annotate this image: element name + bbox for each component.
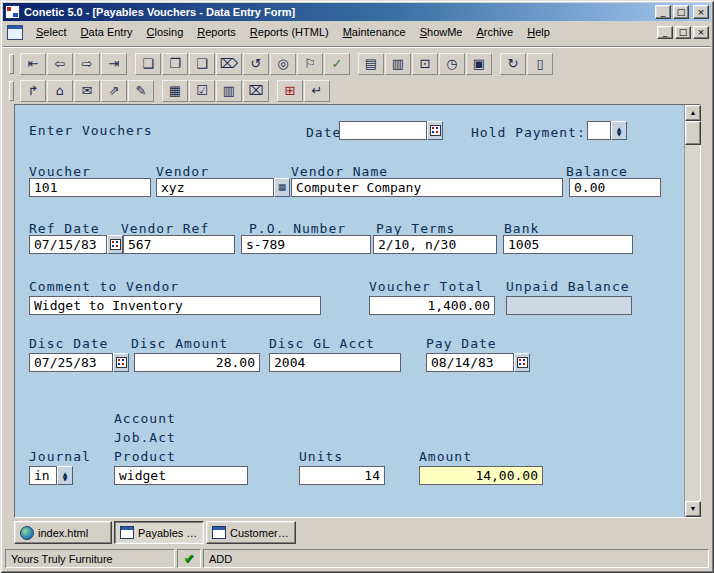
amount-input[interactable]	[419, 466, 543, 485]
table-icon: ▦	[169, 83, 181, 98]
disc-date-group	[29, 353, 129, 372]
print-button[interactable]: ▣	[466, 53, 492, 75]
menu-maintenance[interactable]: Maintenance	[336, 23, 413, 41]
clone-record-button[interactable]: ❐	[162, 53, 188, 75]
mdi-restore-button[interactable]: □	[675, 26, 691, 39]
nav-prev-button[interactable]: ⇦	[47, 53, 73, 75]
scroll-down-button[interactable]: ▼	[685, 501, 701, 517]
menu-closing[interactable]: Closing	[140, 23, 191, 41]
trash-button[interactable]: ⌧	[243, 80, 269, 102]
copy-button[interactable]: ▤	[358, 53, 384, 75]
table-button[interactable]: ▦	[162, 80, 188, 102]
menu-data-entry[interactable]: Data Entry	[74, 23, 140, 41]
tab-payables[interactable]: Payables Vo...	[114, 521, 204, 544]
menu-archive[interactable]: Archive	[469, 23, 520, 41]
grid-add-button[interactable]: ⊞	[277, 80, 303, 102]
date-calendar-button[interactable]	[427, 121, 443, 140]
flag-button[interactable]: ⚐	[297, 53, 323, 75]
menu-reports[interactable]: Reports	[190, 23, 243, 41]
paste-button[interactable]: ▥	[385, 53, 411, 75]
export-button[interactable]: ⇗	[101, 80, 127, 102]
new-record-button[interactable]: ❏	[135, 53, 161, 75]
disc-date-input[interactable]	[29, 353, 113, 372]
vertical-scrollbar[interactable]: ▲ ▼	[684, 105, 700, 517]
date-input[interactable]	[339, 121, 427, 140]
find-button[interactable]: ◎	[270, 53, 296, 75]
menu-help[interactable]: Help	[520, 23, 557, 41]
voucher-total-input[interactable]	[369, 296, 495, 315]
mdi-close-button[interactable]: ×	[693, 26, 709, 39]
vendor-input[interactable]	[156, 178, 274, 197]
document-tabs: index.html Payables Vo... Customers - ..…	[3, 520, 711, 545]
page-out-button[interactable]: ↱	[20, 80, 46, 102]
toolbar-grip[interactable]	[9, 54, 14, 74]
comment-input[interactable]	[29, 296, 321, 315]
hold-payment-input[interactable]	[587, 121, 611, 140]
po-number-input[interactable]	[241, 235, 371, 254]
mail-button[interactable]: ✉	[74, 80, 100, 102]
save-record-button[interactable]: ❑	[189, 53, 215, 75]
disc-amount-input[interactable]	[134, 353, 260, 372]
minimize-icon: _	[661, 7, 666, 17]
journal-input[interactable]	[29, 466, 57, 485]
voucher-input[interactable]	[29, 178, 151, 197]
hold-payment-spinner[interactable]: ▲▼	[611, 121, 627, 140]
balance-input[interactable]	[569, 178, 661, 197]
tab-index-html[interactable]: index.html	[14, 521, 112, 544]
refresh-button[interactable]: ↻	[500, 53, 526, 75]
form-icon	[212, 526, 226, 539]
undo-button[interactable]: ↺	[243, 53, 269, 75]
menu-select[interactable]: Select	[29, 23, 74, 41]
disc-date-calendar-button[interactable]	[113, 353, 129, 372]
accept-button[interactable]: ✓	[324, 53, 350, 75]
new-record-icon: ❏	[142, 56, 154, 71]
mdi-minimize-button[interactable]: _	[657, 26, 673, 39]
pay-date-calendar-button[interactable]	[514, 353, 530, 372]
pay-terms-input[interactable]	[373, 235, 497, 254]
ref-date-input[interactable]	[29, 235, 107, 254]
table-save-button[interactable]: ▥	[216, 80, 242, 102]
clock-button[interactable]: ◷	[439, 53, 465, 75]
comment-label: Comment to Vendor	[29, 279, 179, 294]
job-act-label: Job.Act	[114, 430, 176, 445]
calendar-icon	[116, 357, 127, 368]
journal-spinner[interactable]: ▲▼	[57, 466, 73, 485]
ref-date-calendar-button[interactable]	[107, 235, 123, 254]
vendor-lookup-button[interactable]: ▦	[274, 178, 290, 197]
close-button[interactable]: ×	[693, 5, 709, 19]
report-button[interactable]: ▯	[527, 53, 553, 75]
scroll-up-button[interactable]: ▲	[685, 105, 701, 121]
nav-last-button[interactable]: ⇥	[101, 53, 127, 75]
maximize-button[interactable]: □	[673, 5, 689, 19]
table-check-button[interactable]: ☑	[189, 80, 215, 102]
window-switch-button[interactable]: ⊡	[412, 53, 438, 75]
amount-label: Amount	[419, 449, 472, 464]
journal-label: Journal	[29, 449, 91, 464]
vendor-name-input[interactable]	[291, 178, 563, 197]
separator-line	[3, 46, 711, 48]
tab-customers[interactable]: Customers - ...	[206, 521, 296, 544]
bank-input[interactable]	[503, 235, 633, 254]
status-check-panel: ✔	[177, 549, 201, 568]
menu-showme[interactable]: ShowMe	[413, 23, 470, 41]
scrollbar-thumb[interactable]	[685, 121, 701, 145]
toolbar-grip[interactable]	[9, 81, 14, 101]
app-window: Conetic 5.0 - [Payables Vouchers - Data …	[0, 0, 714, 573]
find-icon: ◎	[277, 56, 288, 71]
menu-reports-html[interactable]: Reports (HTML)	[243, 23, 336, 41]
units-input[interactable]	[299, 466, 385, 485]
home-button[interactable]: ⌂	[47, 80, 73, 102]
print-icon: ▣	[473, 56, 485, 71]
disc-gl-input[interactable]	[269, 353, 401, 372]
delete-record-button[interactable]: ⌦	[216, 53, 242, 75]
nav-first-button[interactable]: ⇤	[20, 53, 46, 75]
run-button[interactable]: ↵	[304, 80, 330, 102]
child-window-icon[interactable]	[7, 25, 23, 40]
pay-date-input[interactable]	[426, 353, 514, 372]
minimize-button[interactable]: _	[655, 5, 671, 19]
vendor-ref-input[interactable]	[123, 235, 235, 254]
titlebar[interactable]: Conetic 5.0 - [Payables Vouchers - Data …	[3, 3, 711, 21]
product-input[interactable]	[114, 466, 248, 485]
nav-next-button[interactable]: ⇨	[74, 53, 100, 75]
edit-pen-button[interactable]: ✎	[128, 80, 154, 102]
